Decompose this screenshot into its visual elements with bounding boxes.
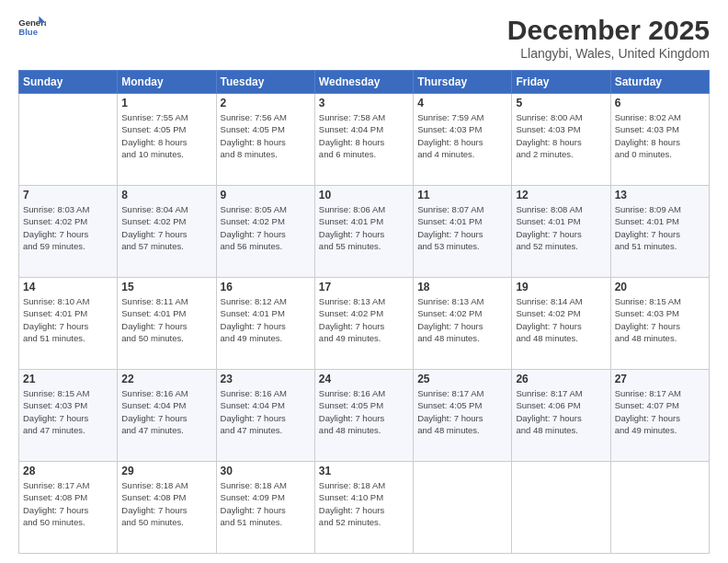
day-info: Sunrise: 8:11 AM Sunset: 4:01 PM Dayligh… (121, 295, 211, 344)
day-number: 11 (417, 189, 507, 201)
day-header: Thursday (414, 71, 512, 94)
calendar-cell (414, 462, 512, 554)
day-info: Sunrise: 8:04 AM Sunset: 4:02 PM Dayligh… (121, 203, 211, 252)
day-number: 20 (615, 281, 705, 293)
day-number: 15 (121, 281, 211, 293)
day-info: Sunrise: 8:12 AM Sunset: 4:01 PM Dayligh… (221, 295, 311, 344)
day-number: 18 (417, 281, 507, 293)
calendar-cell: 22Sunrise: 8:16 AM Sunset: 4:04 PM Dayli… (118, 370, 216, 462)
calendar-cell: 21Sunrise: 8:15 AM Sunset: 4:03 PM Dayli… (19, 370, 118, 462)
day-info: Sunrise: 8:13 AM Sunset: 4:02 PM Dayligh… (417, 295, 507, 344)
day-number: 13 (615, 189, 705, 201)
month-title: December 2025 (507, 15, 710, 46)
calendar-week: 14Sunrise: 8:10 AM Sunset: 4:01 PM Dayli… (19, 278, 710, 370)
calendar-cell: 30Sunrise: 8:18 AM Sunset: 4:09 PM Dayli… (216, 462, 314, 554)
logo-icon: General Blue (18, 15, 46, 40)
day-number: 4 (417, 97, 507, 109)
calendar-cell: 9Sunrise: 8:05 AM Sunset: 4:02 PM Daylig… (216, 186, 314, 278)
calendar: SundayMondayTuesdayWednesdayThursdayFrid… (18, 70, 710, 554)
calendar-cell: 27Sunrise: 8:17 AM Sunset: 4:07 PM Dayli… (610, 370, 709, 462)
calendar-cell: 3Sunrise: 7:58 AM Sunset: 4:04 PM Daylig… (314, 94, 413, 186)
day-number: 21 (23, 373, 113, 385)
day-info: Sunrise: 8:17 AM Sunset: 4:07 PM Dayligh… (615, 387, 705, 436)
day-header: Friday (512, 71, 610, 94)
day-number: 25 (417, 373, 507, 385)
calendar-cell: 31Sunrise: 8:18 AM Sunset: 4:10 PM Dayli… (314, 462, 413, 554)
calendar-week: 7Sunrise: 8:03 AM Sunset: 4:02 PM Daylig… (19, 186, 710, 278)
calendar-cell: 5Sunrise: 8:00 AM Sunset: 4:03 PM Daylig… (512, 94, 610, 186)
calendar-cell: 25Sunrise: 8:17 AM Sunset: 4:05 PM Dayli… (414, 370, 512, 462)
day-info: Sunrise: 7:55 AM Sunset: 4:05 PM Dayligh… (121, 111, 211, 160)
day-number: 27 (615, 373, 705, 385)
day-info: Sunrise: 8:08 AM Sunset: 4:01 PM Dayligh… (516, 203, 606, 252)
day-number: 29 (121, 465, 211, 477)
day-number: 8 (121, 189, 211, 201)
day-number: 23 (221, 373, 311, 385)
calendar-cell (512, 462, 610, 554)
day-info: Sunrise: 8:18 AM Sunset: 4:08 PM Dayligh… (121, 479, 211, 528)
day-number: 14 (23, 281, 113, 293)
calendar-cell: 6Sunrise: 8:02 AM Sunset: 4:03 PM Daylig… (610, 94, 709, 186)
day-number: 22 (121, 373, 211, 385)
day-number: 30 (221, 465, 311, 477)
day-number: 17 (319, 281, 409, 293)
header: General Blue December 2025 Llangybi, Wal… (18, 15, 710, 61)
day-info: Sunrise: 8:16 AM Sunset: 4:04 PM Dayligh… (221, 387, 311, 436)
day-info: Sunrise: 8:16 AM Sunset: 4:05 PM Dayligh… (319, 387, 409, 436)
day-number: 7 (23, 189, 113, 201)
calendar-cell: 20Sunrise: 8:15 AM Sunset: 4:03 PM Dayli… (610, 278, 709, 370)
day-info: Sunrise: 7:56 AM Sunset: 4:05 PM Dayligh… (221, 111, 311, 160)
day-number: 12 (516, 189, 606, 201)
calendar-cell: 17Sunrise: 8:13 AM Sunset: 4:02 PM Dayli… (314, 278, 413, 370)
day-number: 9 (221, 189, 311, 201)
logo: General Blue (18, 15, 46, 40)
day-number: 2 (221, 97, 311, 109)
calendar-week: 21Sunrise: 8:15 AM Sunset: 4:03 PM Dayli… (19, 370, 710, 462)
calendar-cell: 14Sunrise: 8:10 AM Sunset: 4:01 PM Dayli… (19, 278, 118, 370)
calendar-cell: 1Sunrise: 7:55 AM Sunset: 4:05 PM Daylig… (118, 94, 216, 186)
day-header: Saturday (610, 71, 709, 94)
calendar-cell: 19Sunrise: 8:14 AM Sunset: 4:02 PM Dayli… (512, 278, 610, 370)
calendar-cell: 12Sunrise: 8:08 AM Sunset: 4:01 PM Dayli… (512, 186, 610, 278)
calendar-cell: 18Sunrise: 8:13 AM Sunset: 4:02 PM Dayli… (414, 278, 512, 370)
day-info: Sunrise: 8:09 AM Sunset: 4:01 PM Dayligh… (615, 203, 705, 252)
calendar-cell: 15Sunrise: 8:11 AM Sunset: 4:01 PM Dayli… (118, 278, 216, 370)
day-info: Sunrise: 8:02 AM Sunset: 4:03 PM Dayligh… (615, 111, 705, 160)
calendar-cell: 24Sunrise: 8:16 AM Sunset: 4:05 PM Dayli… (314, 370, 413, 462)
day-header: Wednesday (314, 71, 413, 94)
day-number: 3 (319, 97, 409, 109)
calendar-cell (610, 462, 709, 554)
calendar-cell: 23Sunrise: 8:16 AM Sunset: 4:04 PM Dayli… (216, 370, 314, 462)
day-number: 1 (121, 97, 211, 109)
day-header: Monday (118, 71, 216, 94)
calendar-cell: 10Sunrise: 8:06 AM Sunset: 4:01 PM Dayli… (314, 186, 413, 278)
page: General Blue December 2025 Llangybi, Wal… (0, 0, 728, 563)
day-number: 5 (516, 97, 606, 109)
day-number: 16 (221, 281, 311, 293)
day-number: 19 (516, 281, 606, 293)
calendar-week: 28Sunrise: 8:17 AM Sunset: 4:08 PM Dayli… (19, 462, 710, 554)
svg-text:Blue: Blue (18, 27, 38, 37)
day-info: Sunrise: 8:17 AM Sunset: 4:06 PM Dayligh… (516, 387, 606, 436)
day-info: Sunrise: 8:18 AM Sunset: 4:09 PM Dayligh… (221, 479, 311, 528)
title-block: December 2025 Llangybi, Wales, United Ki… (507, 15, 710, 61)
calendar-cell: 29Sunrise: 8:18 AM Sunset: 4:08 PM Dayli… (118, 462, 216, 554)
day-info: Sunrise: 8:07 AM Sunset: 4:01 PM Dayligh… (417, 203, 507, 252)
calendar-cell: 26Sunrise: 8:17 AM Sunset: 4:06 PM Dayli… (512, 370, 610, 462)
day-number: 10 (319, 189, 409, 201)
day-number: 28 (23, 465, 113, 477)
day-info: Sunrise: 8:17 AM Sunset: 4:05 PM Dayligh… (417, 387, 507, 436)
day-info: Sunrise: 8:05 AM Sunset: 4:02 PM Dayligh… (221, 203, 311, 252)
day-number: 31 (319, 465, 409, 477)
day-info: Sunrise: 8:17 AM Sunset: 4:08 PM Dayligh… (23, 479, 113, 528)
location: Llangybi, Wales, United Kingdom (507, 46, 710, 61)
calendar-cell: 4Sunrise: 7:59 AM Sunset: 4:03 PM Daylig… (414, 94, 512, 186)
calendar-cell: 28Sunrise: 8:17 AM Sunset: 4:08 PM Dayli… (19, 462, 118, 554)
calendar-cell: 11Sunrise: 8:07 AM Sunset: 4:01 PM Dayli… (414, 186, 512, 278)
calendar-cell: 13Sunrise: 8:09 AM Sunset: 4:01 PM Dayli… (610, 186, 709, 278)
day-info: Sunrise: 8:10 AM Sunset: 4:01 PM Dayligh… (23, 295, 113, 344)
day-info: Sunrise: 8:13 AM Sunset: 4:02 PM Dayligh… (319, 295, 409, 344)
day-info: Sunrise: 8:03 AM Sunset: 4:02 PM Dayligh… (23, 203, 113, 252)
calendar-header: SundayMondayTuesdayWednesdayThursdayFrid… (19, 71, 710, 94)
calendar-cell: 16Sunrise: 8:12 AM Sunset: 4:01 PM Dayli… (216, 278, 314, 370)
